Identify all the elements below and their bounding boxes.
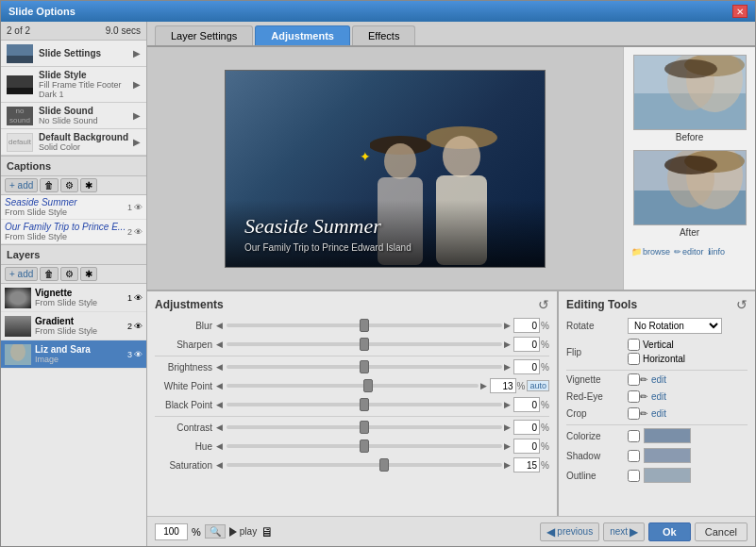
monitor-icon[interactable]: 🖥 <box>260 524 274 539</box>
editor-button[interactable]: ✏ editor <box>674 247 704 257</box>
et-shadow-checkbox[interactable] <box>628 450 640 462</box>
adj-hue-value[interactable] <box>513 439 540 454</box>
info-button[interactable]: ℹ info <box>708 247 726 257</box>
settings-caption-button[interactable]: ⚙ <box>60 178 78 192</box>
et-vignette-checkbox[interactable] <box>628 373 640 386</box>
editing-tools-reset-button[interactable]: ↺ <box>736 297 748 312</box>
delete-caption-button[interactable]: 🗑 <box>40 178 59 192</box>
cancel-button[interactable]: Cancel <box>695 522 748 541</box>
delete-layer-button[interactable]: 🗑 <box>40 267 59 281</box>
adj-brightness-value[interactable] <box>513 359 540 374</box>
tab-adjustments[interactable]: Adjustments <box>255 25 350 45</box>
adj-black-point-left-icon[interactable]: ◀ <box>216 400 223 409</box>
zoom-button[interactable]: 🔍 <box>205 524 226 539</box>
menu-item-slide-settings[interactable]: Slide Settings ▶ <box>1 41 146 67</box>
close-button[interactable]: ✕ <box>732 5 748 18</box>
adj-hue-left-icon[interactable]: ◀ <box>216 441 223 451</box>
right-panel: Layer Settings Adjustments Effects <box>147 22 755 546</box>
et-red-eye-checkbox[interactable] <box>628 390 640 403</box>
more-layer-button[interactable]: ✱ <box>80 267 97 281</box>
adj-black-point-slider[interactable] <box>227 403 502 406</box>
menu-item-default-bg[interactable]: default Default Background Solid Color ▶ <box>1 129 146 156</box>
layer-item-photo[interactable]: Liz and Sara Image 3 👁 <box>1 340 146 369</box>
adj-brightness-right-icon[interactable]: ▶ <box>504 362 511 372</box>
next-button[interactable]: next ▶ <box>603 522 645 541</box>
tab-effects[interactable]: Effects <box>352 25 415 45</box>
et-crop-checkbox[interactable] <box>628 407 640 420</box>
et-red-eye-edit-button[interactable]: edit <box>651 391 666 402</box>
et-outline-checkbox[interactable] <box>628 470 640 482</box>
layer-item-gradient[interactable]: Gradient From Slide Style 2 👁 <box>1 312 146 340</box>
adj-sharpen-slider[interactable] <box>227 342 502 346</box>
et-crop-edit-button[interactable]: edit <box>651 408 666 419</box>
et-vignette-edit-button[interactable]: edit <box>651 374 666 385</box>
et-colorize-checkbox[interactable] <box>628 430 640 442</box>
adj-blur-value[interactable] <box>513 318 540 333</box>
menu-item-slide-sound[interactable]: nosound Slide Sound No Slide Sound ▶ <box>1 103 146 129</box>
settings-layer-button[interactable]: ⚙ <box>60 267 78 281</box>
play-button[interactable]: play <box>229 526 257 537</box>
et-colorize-swatch[interactable] <box>644 428 691 443</box>
adj-contrast-value[interactable] <box>513 420 540 435</box>
et-flip-vertical-label[interactable]: Vertical <box>628 339 685 351</box>
et-shadow-swatch[interactable] <box>644 448 691 463</box>
adj-blur-right-icon[interactable]: ▶ <box>504 321 511 330</box>
adj-brightness-left-icon[interactable]: ◀ <box>216 362 223 372</box>
adj-blur-slider[interactable] <box>227 323 502 327</box>
tab-layer-settings[interactable]: Layer Settings <box>155 25 253 45</box>
default-bg-arrow: ▶ <box>133 137 141 147</box>
adj-saturation-value[interactable] <box>513 457 540 472</box>
adj-sharpen-value[interactable] <box>513 337 540 352</box>
adj-saturation-pct: % <box>541 460 549 471</box>
layer-vignette-eye-icon[interactable]: 👁 <box>134 293 143 303</box>
adj-white-point-slider[interactable] <box>227 384 479 388</box>
ok-button[interactable]: Ok <box>648 522 691 541</box>
adj-black-point-value[interactable] <box>513 397 540 412</box>
et-flip-horizontal-label[interactable]: Horizontal <box>628 353 685 365</box>
adj-contrast-right-icon[interactable]: ▶ <box>504 423 511 432</box>
add-caption-button[interactable]: + add <box>5 178 38 192</box>
et-rotate-select[interactable]: No Rotation 90° CW 90° CCW 180° <box>628 318 722 334</box>
thumbnails-panel: Before <box>623 47 755 290</box>
adj-blur-left-icon[interactable]: ◀ <box>216 321 223 330</box>
more-caption-button[interactable]: ✱ <box>80 178 97 192</box>
caption-item-1[interactable]: Seaside Summer From Slide Style 1 👁 <box>1 195 146 220</box>
adj-brightness-slider[interactable] <box>227 365 502 369</box>
et-row-flip: Flip Vertical Horizontal <box>566 339 748 365</box>
browse-button[interactable]: 📁 browse <box>631 247 670 257</box>
add-layer-button[interactable]: + add <box>5 267 38 281</box>
et-flip-horizontal-checkbox[interactable] <box>628 353 640 365</box>
caption-item-1-eye-icon[interactable]: 👁 <box>134 203 143 212</box>
adj-saturation-right-icon[interactable]: ▶ <box>504 460 511 470</box>
adj-sharpen-right-icon[interactable]: ▶ <box>504 340 511 349</box>
adj-white-point-right-icon[interactable]: ▶ <box>480 381 487 390</box>
previous-button[interactable]: ◀ previous <box>540 522 599 541</box>
adj-hue-slider[interactable] <box>227 444 502 448</box>
adj-white-point-value[interactable] <box>490 378 516 393</box>
adj-hue-right-icon[interactable]: ▶ <box>504 441 511 451</box>
et-outline-swatch[interactable] <box>644 468 691 483</box>
editing-tools-header: Editing Tools ↺ <box>566 297 748 312</box>
caption-item-2[interactable]: Our Family Trip to Prince E... From Slid… <box>1 220 146 244</box>
layer-photo-eye-icon[interactable]: 👁 <box>134 350 143 359</box>
adj-contrast-slider[interactable] <box>227 425 502 429</box>
window-title: Slide Options <box>8 6 76 17</box>
et-flip-vertical-checkbox[interactable] <box>628 339 640 351</box>
caption-item-2-text: Our Family Trip to Prince E... From Slid… <box>5 222 127 241</box>
adj-contrast-left-icon[interactable]: ◀ <box>216 423 223 432</box>
adjustments-reset-button[interactable]: ↺ <box>538 297 549 312</box>
adj-white-point-left-icon[interactable]: ◀ <box>216 381 223 390</box>
adj-saturation-slider[interactable] <box>227 463 502 467</box>
layer-item-vignette[interactable]: Vignette From Slide Style 1 👁 <box>1 284 146 312</box>
adj-sharpen-slider-container: ◀ ▶ % <box>216 337 549 352</box>
menu-item-slide-style[interactable]: Slide Style Fill Frame Title Footer Dark… <box>1 67 146 103</box>
adj-white-point-auto[interactable]: auto <box>527 380 549 391</box>
adj-black-point-right-icon[interactable]: ▶ <box>504 400 511 409</box>
layer-toolbar: + add 🗑 ⚙ ✱ <box>1 265 146 284</box>
adj-saturation-left-icon[interactable]: ◀ <box>216 460 223 470</box>
preview-area: Seaside Summer Our Family Trip to Prince… <box>147 47 623 290</box>
adj-sharpen-left-icon[interactable]: ◀ <box>216 340 223 349</box>
zoom-input[interactable] <box>155 523 188 540</box>
caption-item-2-eye-icon[interactable]: 👁 <box>134 227 143 237</box>
layer-gradient-eye-icon[interactable]: 👁 <box>134 322 143 331</box>
